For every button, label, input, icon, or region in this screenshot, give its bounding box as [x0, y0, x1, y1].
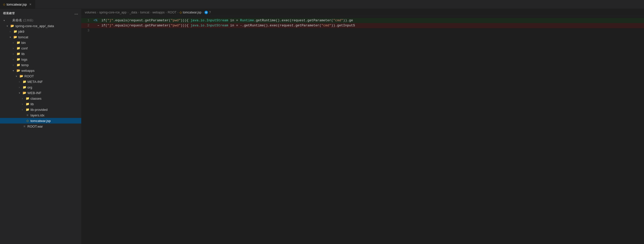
sidebar-item-temp[interactable]: › 📁 temp: [0, 62, 81, 68]
sidebar-item-root[interactable]: ▾ 📂 ROOT: [0, 73, 81, 79]
sidebar-item-classes[interactable]: › 📁 classes: [0, 96, 81, 101]
tree-item-label: ROOT: [24, 74, 34, 78]
sidebar-item-tomcatwar-jsp[interactable]: › ◇ tomcatwar.jsp: [0, 118, 81, 124]
breadcrumb-sep-1: ›: [97, 11, 98, 14]
editor-area: volumes › spring-core-rce_app › _data › …: [81, 9, 644, 244]
sidebar-item-meta-inf[interactable]: › 📁 META-INF: [0, 79, 81, 84]
folder-open-icon: 📂: [10, 24, 14, 28]
tree-item-label: META-INF: [27, 80, 43, 84]
chevron-down-icon: ▾: [17, 92, 21, 94]
folder-closed-icon: 📁: [22, 80, 26, 83]
tree-item-label: layers.idx: [30, 113, 44, 117]
tree-item-label: bin: [21, 41, 26, 45]
breadcrumb-webapps[interactable]: webapps: [152, 11, 165, 14]
line-content-1: <% if("j".equals(request.getParameter("p…: [93, 18, 642, 23]
chevron-right-icon: ›: [20, 103, 24, 106]
main-area: 檔案總管 ... ▾ 未命名 (工作區) ▾ 📂 spring-core-rce…: [0, 9, 644, 244]
sidebar-item-root-war[interactable]: › ≡ ROOT.war: [0, 124, 81, 129]
tab-file-icon: ◇: [3, 3, 5, 6]
sidebar-item-logs[interactable]: › 📁 logs: [0, 57, 81, 62]
sidebar-item-webinf-lib[interactable]: › 📁 lib: [0, 101, 81, 107]
chevron-down-icon: ▾: [8, 36, 12, 39]
code-line-1: 1 <% if("j".equals(request.getParameter(…: [81, 18, 644, 23]
breadcrumb-root[interactable]: ROOT: [168, 11, 176, 14]
folder-open-icon: 📂: [19, 74, 23, 78]
sidebar-item-org[interactable]: › 📁 org: [0, 84, 81, 90]
line-number-2: 2: [83, 23, 93, 28]
sidebar-header: 檔案總管 ...: [0, 9, 81, 18]
tab-close-button[interactable]: ×: [28, 2, 32, 6]
breadcrumb-sep-7: ›: [202, 11, 203, 14]
war-file-icon: ≡: [22, 125, 26, 128]
folder-open-icon: 📂: [16, 69, 20, 72]
chevron-right-icon: ›: [17, 86, 21, 89]
chevron-right-icon: ›: [17, 80, 21, 83]
breadcrumb-volumes[interactable]: volumes: [85, 11, 96, 14]
folder-closed-icon: 📁: [25, 108, 29, 111]
breadcrumb-sep-2: ›: [127, 11, 128, 14]
chevron-right-icon: ›: [11, 47, 15, 50]
folder-open-icon: 📂: [13, 35, 17, 39]
code-line-2: 2 – if("j".equals(request.getParameter("…: [81, 23, 644, 28]
folder-closed-icon: 📁: [16, 41, 20, 44]
line-content-2: – if("j".equals(request.getParameter("pw…: [93, 23, 642, 28]
tab-label: tomcatwar.jsp: [7, 3, 27, 6]
tree-item-label: tomcat: [18, 35, 28, 39]
sidebar-item-workspace[interactable]: ▾ 未命名 (工作區): [0, 18, 81, 23]
tree-item-label: temp: [21, 63, 29, 67]
sidebar-item-jdk9[interactable]: › 📁 jdk9: [0, 29, 81, 34]
folder-closed-icon: 📁: [16, 52, 20, 56]
folder-closed-icon: 📁: [16, 58, 20, 61]
tree-item-label: spring-core-rce_app/_data: [15, 24, 54, 28]
sidebar-item-web-inf[interactable]: ▾ 📂 WEB-INF: [0, 90, 81, 96]
sidebar-item-bin[interactable]: › 📁 bin: [0, 40, 81, 45]
folder-closed-icon: 📁: [25, 102, 29, 106]
tree-item-label: lib: [21, 52, 25, 56]
sidebar-item-webapps[interactable]: ▾ 📂 webapps: [0, 68, 81, 73]
folder-closed-icon: 📁: [16, 46, 20, 50]
tree-item-label: lib: [30, 102, 34, 106]
line-number-3: 3: [83, 28, 93, 33]
layers-file-icon: ≡: [25, 113, 29, 117]
chevron-right-icon: ›: [11, 64, 15, 66]
chevron-right-icon: ›: [11, 53, 15, 55]
folder-open-icon: 📂: [22, 91, 26, 95]
sidebar-item-lib[interactable]: › 📁 lib: [0, 51, 81, 57]
breadcrumb-spring[interactable]: spring-core-rce_app: [99, 11, 126, 14]
chevron-right-icon: ›: [8, 30, 12, 33]
sidebar-item-lib-provided[interactable]: › 📁 lib-provided: [0, 107, 81, 112]
chevron-down-icon: ▾: [2, 19, 6, 22]
breadcrumb: volumes › spring-core-rce_app › _data › …: [81, 9, 644, 16]
breadcrumb-sep-3: ›: [138, 11, 139, 14]
chevron-right-icon: ›: [11, 41, 15, 44]
breadcrumb-sep-6: ›: [178, 11, 179, 14]
tree-item-label: classes: [30, 97, 41, 100]
tree-item-label: org: [27, 85, 32, 89]
breadcrumb-question[interactable]: ?: [209, 11, 211, 14]
tree-item-label: tomcatwar.jsp: [30, 119, 51, 123]
sidebar-item-conf[interactable]: › 📁 conf: [0, 45, 81, 51]
sidebar: 檔案總管 ... ▾ 未命名 (工作區) ▾ 📂 spring-core-rce…: [0, 9, 81, 244]
breadcrumb-file-icon: ◇: [180, 11, 182, 14]
chevron-down-icon: ▾: [11, 69, 15, 72]
jsp-file-icon: ◇: [25, 119, 29, 123]
breadcrumb-tomcat[interactable]: tomcat: [140, 11, 149, 14]
code-editor[interactable]: 1 <% if("j".equals(request.getParameter(…: [81, 16, 644, 244]
tree-item-label: logs: [21, 58, 27, 61]
breadcrumb-sep-4: ›: [150, 11, 151, 14]
folder-closed-icon: 📁: [25, 97, 29, 100]
sidebar-item-tomcat[interactable]: ▾ 📂 tomcat: [0, 34, 81, 40]
chevron-down-icon: ▾: [14, 75, 18, 78]
folder-closed-icon: 📁: [16, 63, 20, 67]
sidebar-item-spring-core-rce-app[interactable]: ▾ 📂 spring-core-rce_app/_data: [0, 23, 81, 29]
line-number-1: 1: [83, 18, 93, 23]
folder-closed-icon: 📁: [13, 30, 17, 33]
tab-tomcatwar-jsp[interactable]: ◇ tomcatwar.jsp ×: [0, 0, 36, 9]
tree-item-label: webapps: [21, 69, 35, 73]
sidebar-item-layers-idx[interactable]: › ≡ layers.idx: [0, 112, 81, 118]
breadcrumb-tomcatwar[interactable]: tomcatwar.jsp: [183, 11, 201, 14]
breadcrumb-sep-5: ›: [166, 11, 167, 14]
code-line-3: 3: [81, 28, 644, 33]
breadcrumb-data[interactable]: _data: [130, 11, 137, 14]
sidebar-more-actions[interactable]: ...: [74, 11, 78, 15]
